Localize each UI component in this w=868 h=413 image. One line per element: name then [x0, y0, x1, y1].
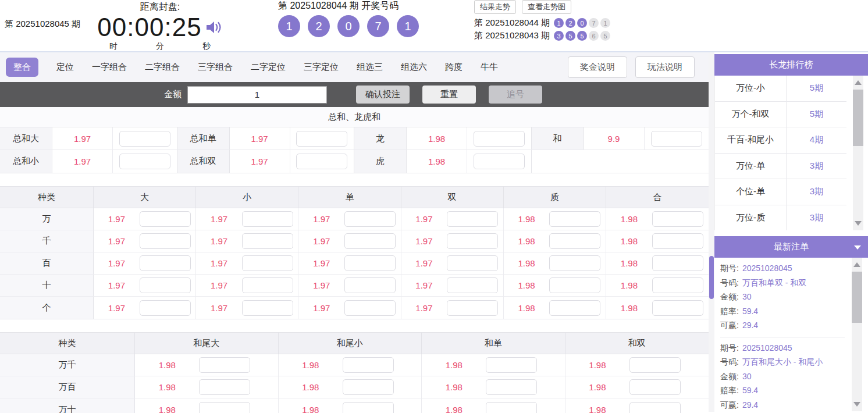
dragon-rank-row[interactable]: 千百-和尾小4期	[715, 127, 846, 154]
row-label[interactable]: 万千	[0, 354, 135, 376]
bet-amount-input[interactable]	[549, 300, 600, 316]
tab-三字组合[interactable]: 三字组合	[198, 62, 233, 73]
bet-amount-input[interactable]	[651, 131, 702, 147]
bet-amount-input[interactable]	[140, 233, 191, 249]
bet-amount-input[interactable]	[343, 357, 394, 373]
tab-二字定位[interactable]: 二字定位	[251, 62, 286, 73]
bet-amount-input[interactable]	[140, 277, 191, 293]
amount-input[interactable]	[187, 86, 327, 104]
bet-amount-input[interactable]	[447, 277, 498, 293]
dragon-scrollbar-thumb[interactable]	[853, 90, 863, 146]
row-label[interactable]: 万百	[0, 376, 135, 398]
collapse-caret-icon[interactable]	[854, 245, 861, 250]
bet-amount-input[interactable]	[296, 154, 347, 169]
dragon-rank-row[interactable]: 万位-单3期	[715, 154, 846, 180]
dragon-rank-row[interactable]: 万个-和双5期	[715, 102, 846, 128]
bet-amount-input[interactable]	[447, 233, 498, 249]
tab-一字组合[interactable]: 一字组合	[92, 62, 127, 73]
confirm-bet-button[interactable]: 确认投注	[356, 86, 410, 104]
bet-option-label[interactable]: 虎	[354, 150, 407, 173]
row-label[interactable]: 个	[0, 297, 94, 319]
chase-number-button[interactable]: 追号	[489, 86, 542, 104]
bet-option-label[interactable]: 总和单	[177, 127, 230, 149]
bet-amount-input[interactable]	[343, 379, 394, 395]
bet-amount-input[interactable]	[344, 233, 396, 249]
view-chart-button[interactable]: 查看走势图	[522, 0, 571, 14]
bet-amount-input[interactable]	[242, 233, 293, 249]
bet-amount-input[interactable]	[140, 211, 191, 227]
bet-amount-input[interactable]	[629, 402, 681, 413]
tab-组选六[interactable]: 组选六	[401, 62, 427, 73]
bet-amount-input[interactable]	[474, 131, 525, 147]
bet-amount-input[interactable]	[652, 300, 703, 316]
bet-amount-input[interactable]	[140, 300, 191, 316]
row-label[interactable]: 千	[0, 230, 94, 252]
result-trend-button[interactable]: 结果走势	[474, 0, 516, 14]
content-scrollbar[interactable]	[709, 52, 714, 412]
bet-amount-input[interactable]	[242, 255, 293, 271]
tab-整合[interactable]: 整合	[6, 58, 38, 77]
bet-amount-input[interactable]	[549, 277, 600, 293]
scroll-up-icon[interactable]	[855, 80, 862, 85]
orders-scrollbar[interactable]	[852, 258, 862, 411]
row-label[interactable]: 万十	[0, 398, 135, 413]
scroll-up-icon[interactable]	[853, 262, 860, 267]
bet-amount-input[interactable]	[199, 402, 250, 413]
tab-三字定位[interactable]: 三字定位	[304, 62, 339, 73]
bet-amount-input[interactable]	[652, 233, 703, 249]
bet-amount-input[interactable]	[344, 277, 396, 293]
tab-跨度[interactable]: 跨度	[445, 62, 463, 73]
bet-amount-input[interactable]	[242, 211, 293, 227]
bet-amount-input[interactable]	[140, 255, 191, 271]
row-label[interactable]: 万	[0, 208, 94, 230]
orders-scrollbar-thumb[interactable]	[852, 272, 862, 323]
scroll-down-icon[interactable]	[853, 402, 860, 407]
bet-amount-input[interactable]	[199, 357, 250, 373]
tab-牛牛[interactable]: 牛牛	[481, 62, 498, 73]
bet-amount-input[interactable]	[549, 255, 600, 271]
bet-amount-input[interactable]	[242, 277, 293, 293]
tab-二字组合[interactable]: 二字组合	[145, 62, 180, 73]
bet-amount-input[interactable]	[119, 154, 170, 169]
bet-amount-input[interactable]	[629, 379, 681, 395]
bet-amount-input[interactable]	[343, 402, 394, 413]
bet-amount-input[interactable]	[344, 300, 396, 316]
dragon-rank-row[interactable]: 万位-质3期	[715, 205, 846, 231]
content-scrollbar-thumb[interactable]	[709, 256, 714, 299]
row-label[interactable]: 十	[0, 275, 94, 296]
dragon-rank-row[interactable]: 个位-单3期	[715, 179, 846, 205]
bet-amount-input[interactable]	[474, 154, 525, 169]
dragon-rank-row[interactable]: 万位-小5期	[715, 76, 846, 102]
bet-amount-input[interactable]	[119, 131, 170, 147]
bet-amount-input[interactable]	[549, 211, 600, 227]
bet-option-label[interactable]: 总和双	[177, 150, 230, 173]
bet-amount-input[interactable]	[344, 255, 396, 271]
reset-button[interactable]: 重置	[422, 86, 476, 104]
bet-option-label[interactable]: 总和大	[0, 127, 52, 149]
dragon-scrollbar[interactable]	[853, 76, 863, 230]
bet-amount-input[interactable]	[344, 211, 396, 227]
bet-amount-input[interactable]	[629, 357, 681, 373]
bet-amount-input[interactable]	[447, 211, 498, 227]
bet-amount-input[interactable]	[549, 233, 600, 249]
bet-amount-input[interactable]	[486, 402, 537, 413]
row-label[interactable]: 百	[0, 252, 94, 274]
tab-组选三[interactable]: 组选三	[357, 62, 383, 73]
bet-amount-input[interactable]	[296, 131, 347, 147]
speaker-icon[interactable]	[205, 20, 223, 37]
bet-amount-input[interactable]	[652, 211, 703, 227]
bet-option-label[interactable]: 龙	[354, 127, 407, 149]
rules-info-button[interactable]: 玩法说明	[635, 56, 695, 78]
bet-amount-input[interactable]	[486, 357, 537, 373]
bet-amount-input[interactable]	[242, 300, 293, 316]
bet-amount-input[interactable]	[447, 300, 498, 316]
bet-option-label[interactable]: 和	[532, 127, 584, 149]
bet-option-label[interactable]: 总和小	[0, 150, 52, 173]
scroll-down-icon[interactable]	[855, 221, 862, 226]
tab-定位[interactable]: 定位	[56, 62, 74, 73]
prize-info-button[interactable]: 奖金说明	[568, 56, 627, 78]
bet-amount-input[interactable]	[199, 379, 250, 395]
bet-amount-input[interactable]	[486, 379, 537, 395]
bet-amount-input[interactable]	[447, 255, 498, 271]
bet-amount-input[interactable]	[652, 255, 703, 271]
